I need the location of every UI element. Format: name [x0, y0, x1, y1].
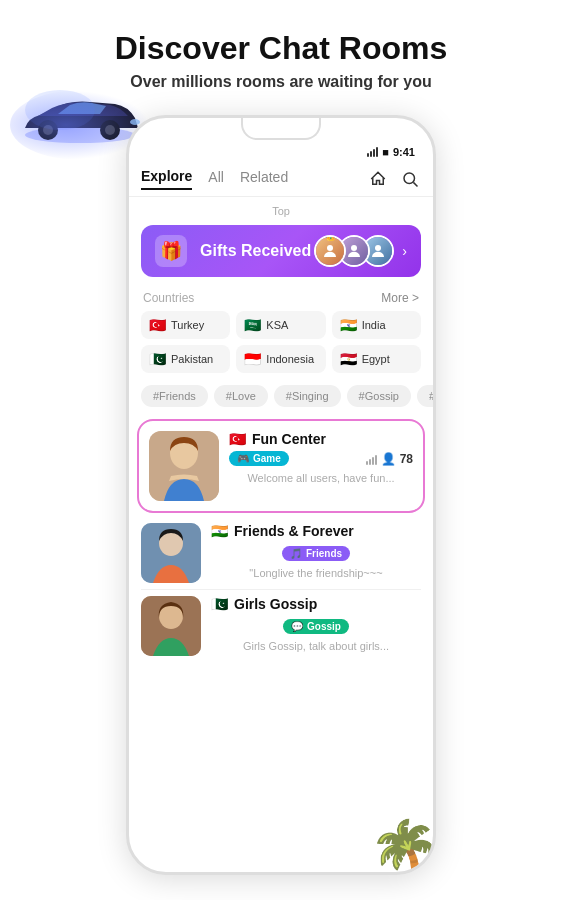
person-silhouette-2 [141, 523, 201, 583]
tags-row: #Friends #Love #Singing #Gossip #DJ #Gar [129, 381, 433, 415]
phone-mockup: ■ 9:41 Explore All Related [126, 115, 436, 875]
nav-icons [367, 168, 421, 190]
time-display: 9:41 [393, 146, 415, 158]
game-tag-icon: 🎮 [237, 453, 249, 464]
battery-text: ■ [382, 146, 389, 158]
room-desc-gossip: Girls Gossip, talk about girls... [211, 640, 421, 652]
room-tag-gossip: 💬 Gossip [283, 619, 349, 634]
flag-pakistan: 🇵🇰 [149, 351, 166, 367]
crown-icon: 👑 [325, 235, 336, 241]
room-desc-friends: "Longlive the friendship~~~ [211, 567, 421, 579]
countries-label: Countries [143, 291, 194, 305]
country-pakistan[interactable]: 🇵🇰 Pakistan [141, 345, 230, 373]
nav-tabs: Explore All Related [129, 162, 433, 197]
palm-decoration: 🌴 [368, 816, 436, 875]
flag-ksa: 🇸🇦 [244, 317, 261, 333]
svg-point-7 [404, 173, 415, 184]
gifts-label: Gifts Received [197, 242, 314, 260]
country-turkey[interactable]: 🇹🇷 Turkey [141, 311, 230, 339]
country-name-indonesia: Indonesia [266, 353, 314, 365]
tab-all[interactable]: All [208, 169, 224, 189]
svg-point-11 [375, 245, 381, 251]
person-silhouette-3 [141, 596, 201, 656]
country-indonesia[interactable]: 🇮🇩 Indonesia [236, 345, 325, 373]
room-flag-fun-center: 🇹🇷 [229, 431, 246, 447]
phone-notch [241, 118, 321, 140]
svg-point-10 [351, 245, 357, 251]
room-info-fun-center: 🇹🇷 Fun Center 🎮 Game [229, 431, 413, 484]
room-item-fun-center[interactable]: 🇹🇷 Fun Center 🎮 Game [137, 419, 425, 513]
country-name-ksa: KSA [266, 319, 288, 331]
gossip-tag-icon: 💬 [291, 621, 303, 632]
main-title: Discover Chat Rooms [20, 30, 542, 67]
top-label: Top [129, 197, 433, 221]
gifts-avatars: 👑 [314, 235, 394, 267]
country-egypt[interactable]: 🇪🇬 Egypt [332, 345, 421, 373]
tab-related[interactable]: Related [240, 169, 288, 189]
subtitle: Over millions rooms are waiting for you [20, 73, 542, 91]
room-name-row-friends: 🇮🇳 Friends & Forever [211, 523, 421, 539]
room-name-row-fun-center: 🇹🇷 Fun Center [229, 431, 413, 447]
room-name-gossip: Girls Gossip [234, 596, 317, 612]
room-flag-gossip: 🇵🇰 [211, 596, 228, 612]
country-name-pakistan: Pakistan [171, 353, 213, 365]
room-flag-friends: 🇮🇳 [211, 523, 228, 539]
friends-tag-icon: 🎵 [290, 548, 302, 559]
gift-icon: 🎁 [155, 235, 187, 267]
countries-grid: 🇹🇷 Turkey 🇸🇦 KSA 🇮🇳 India 🇵🇰 Pakistan 🇮 [129, 311, 433, 381]
person-silhouette-1 [149, 431, 219, 501]
more-link[interactable]: More > [381, 291, 419, 305]
tag-dj[interactable]: #DJ [417, 385, 433, 407]
tag-friends[interactable]: #Friends [141, 385, 208, 407]
tag-singing[interactable]: #Singing [274, 385, 341, 407]
top-section: Discover Chat Rooms Over millions rooms … [0, 0, 562, 115]
country-name-turkey: Turkey [171, 319, 204, 331]
signal-icon [367, 147, 378, 157]
avatar-1: 👑 [314, 235, 346, 267]
room-name-friends: Friends & Forever [234, 523, 354, 539]
flag-egypt: 🇪🇬 [340, 351, 357, 367]
room-count-fun-center: 78 [400, 452, 413, 466]
country-ksa[interactable]: 🇸🇦 KSA [236, 311, 325, 339]
room-stats-fun-center: 👤 78 [366, 452, 413, 466]
room-name-row-gossip: 🇵🇰 Girls Gossip [211, 596, 421, 612]
status-bar: ■ 9:41 [129, 140, 433, 162]
flag-turkey: 🇹🇷 [149, 317, 166, 333]
room-info-gossip: 🇵🇰 Girls Gossip 💬 Gossip Girls Gossip, t… [211, 596, 421, 652]
tab-explore[interactable]: Explore [141, 168, 192, 190]
room-tag-friends: 🎵 Friends [282, 546, 350, 561]
room-desc-fun-center: Welcome all users, have fun... [229, 472, 413, 484]
signal-bars-icon [366, 453, 377, 465]
home-icon[interactable] [367, 168, 389, 190]
phone-frame: ■ 9:41 Explore All Related [126, 115, 436, 875]
tag-love[interactable]: #Love [214, 385, 268, 407]
country-india[interactable]: 🇮🇳 India [332, 311, 421, 339]
svg-point-9 [327, 245, 333, 251]
country-name-egypt: Egypt [362, 353, 390, 365]
countries-header: Countries More > [129, 281, 433, 311]
gifts-banner[interactable]: 🎁 Gifts Received 👑 [141, 225, 421, 277]
room-thumbnail-friends [141, 523, 201, 583]
room-name-fun-center: Fun Center [252, 431, 326, 447]
room-info-friends: 🇮🇳 Friends & Forever 🎵 Friends "Longlive… [211, 523, 421, 579]
room-thumbnail-gossip [141, 596, 201, 656]
tag-gossip[interactable]: #Gossip [347, 385, 411, 407]
flag-indonesia: 🇮🇩 [244, 351, 261, 367]
country-name-india: India [362, 319, 386, 331]
room-tag-fun-center: 🎮 Game [229, 451, 289, 466]
svg-line-8 [413, 182, 417, 186]
room-item-girls-gossip[interactable]: 🇵🇰 Girls Gossip 💬 Gossip Girls Gossip, t… [129, 590, 433, 662]
room-thumbnail-fun-center [149, 431, 219, 501]
room-item-friends-forever[interactable]: 🇮🇳 Friends & Forever 🎵 Friends "Longlive… [129, 517, 433, 589]
search-icon[interactable] [399, 168, 421, 190]
person-icon: 👤 [381, 452, 396, 466]
gifts-chevron: › [402, 243, 407, 259]
flag-india: 🇮🇳 [340, 317, 357, 333]
